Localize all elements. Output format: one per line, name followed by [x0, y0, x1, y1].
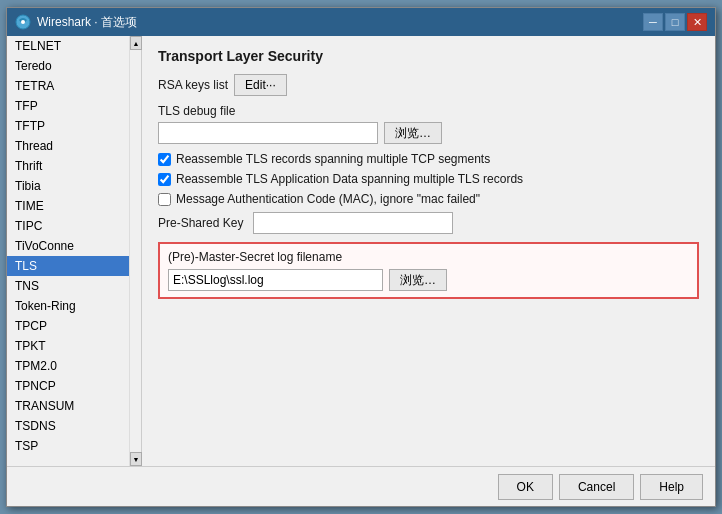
- checkbox-1-label: Reassemble TLS records spanning multiple…: [176, 152, 490, 166]
- browse-button-1[interactable]: 浏览…: [384, 122, 442, 144]
- sidebar-item-telnet[interactable]: TELNET: [7, 36, 129, 56]
- scroll-up-button[interactable]: ▲: [130, 36, 142, 50]
- log-filename-row: 浏览…: [168, 269, 689, 291]
- checkbox-reassemble-tls[interactable]: [158, 173, 171, 186]
- sidebar-item-tivoconne[interactable]: TiVoConne: [7, 236, 129, 256]
- pre-shared-key-row: Pre-Shared Key: [158, 212, 699, 234]
- ok-button[interactable]: OK: [498, 474, 553, 500]
- maximize-button[interactable]: □: [665, 13, 685, 31]
- sidebar-item-teredo[interactable]: Teredo: [7, 56, 129, 76]
- svg-point-1: [21, 20, 25, 24]
- close-button[interactable]: ✕: [687, 13, 707, 31]
- checkbox-row-3: Message Authentication Code (MAC), ignor…: [158, 192, 699, 206]
- edit-button[interactable]: Edit···: [234, 74, 287, 96]
- sidebar-item-tsp[interactable]: TSP: [7, 436, 129, 456]
- checkbox-row-2: Reassemble TLS Application Data spanning…: [158, 172, 699, 186]
- sidebar-item-thread[interactable]: Thread: [7, 136, 129, 156]
- app-icon: [15, 14, 31, 30]
- checkbox-reassemble-tcp[interactable]: [158, 153, 171, 166]
- sidebar-item-thrift[interactable]: Thrift: [7, 156, 129, 176]
- pre-shared-key-label: Pre-Shared Key: [158, 216, 243, 230]
- browse-button-2[interactable]: 浏览…: [389, 269, 447, 291]
- rsa-keys-label: RSA keys list: [158, 78, 228, 92]
- titlebar-controls: ─ □ ✕: [643, 13, 707, 31]
- sidebar-item-time[interactable]: TIME: [7, 196, 129, 216]
- sidebar-item-tpm2.0[interactable]: TPM2.0: [7, 356, 129, 376]
- sidebar-scrollbar: ▲ ▼: [129, 36, 141, 466]
- log-filename-input[interactable]: [168, 269, 383, 291]
- main-window: Wireshark · 首选项 ─ □ ✕ TELNETTeredoTETRAT…: [6, 7, 716, 507]
- tls-debug-file-row: 浏览…: [158, 122, 699, 144]
- protocol-list: TELNETTeredoTETRATFPTFTPThreadThriftTibi…: [7, 36, 129, 456]
- sidebar-item-tipc[interactable]: TIPC: [7, 216, 129, 236]
- minimize-button[interactable]: ─: [643, 13, 663, 31]
- cancel-button[interactable]: Cancel: [559, 474, 634, 500]
- scroll-down-button[interactable]: ▼: [130, 452, 142, 466]
- master-secret-label: (Pre)-Master-Secret log filename: [168, 250, 689, 264]
- sidebar-item-tns[interactable]: TNS: [7, 276, 129, 296]
- section-title: Transport Layer Security: [158, 48, 699, 64]
- sidebar-item-tftp[interactable]: TFTP: [7, 116, 129, 136]
- scroll-track: [130, 50, 141, 452]
- pre-shared-key-input[interactable]: [253, 212, 453, 234]
- sidebar-item-transum[interactable]: TRANSUM: [7, 396, 129, 416]
- sidebar-item-tetra[interactable]: TETRA: [7, 76, 129, 96]
- checkbox-mac[interactable]: [158, 193, 171, 206]
- sidebar-wrapper: TELNETTeredoTETRATFPTFTPThreadThriftTibi…: [7, 36, 142, 466]
- rsa-keys-row: RSA keys list Edit···: [158, 74, 699, 96]
- sidebar-item-token-ring[interactable]: Token-Ring: [7, 296, 129, 316]
- help-button[interactable]: Help: [640, 474, 703, 500]
- settings-panel: Transport Layer Security RSA keys list E…: [142, 36, 715, 466]
- tls-debug-label: TLS debug file: [158, 104, 699, 118]
- tls-debug-input[interactable]: [158, 122, 378, 144]
- master-secret-box: (Pre)-Master-Secret log filename 浏览…: [158, 242, 699, 299]
- titlebar: Wireshark · 首选项 ─ □ ✕: [7, 8, 715, 36]
- sidebar-item-tfp[interactable]: TFP: [7, 96, 129, 116]
- checkbox-3-label: Message Authentication Code (MAC), ignor…: [176, 192, 480, 206]
- sidebar-item-tpncp[interactable]: TPNCP: [7, 376, 129, 396]
- sidebar-item-tpcp[interactable]: TPCP: [7, 316, 129, 336]
- checkbox-row-1: Reassemble TLS records spanning multiple…: [158, 152, 699, 166]
- checkbox-2-label: Reassemble TLS Application Data spanning…: [176, 172, 523, 186]
- sidebar-item-tpkt[interactable]: TPKT: [7, 336, 129, 356]
- sidebar-item-tibia[interactable]: Tibia: [7, 176, 129, 196]
- sidebar-item-tls[interactable]: TLS: [7, 256, 129, 276]
- content-area: TELNETTeredoTETRATFPTFTPThreadThriftTibi…: [7, 36, 715, 466]
- sidebar: TELNETTeredoTETRATFPTFTPThreadThriftTibi…: [7, 36, 129, 466]
- sidebar-item-tsdns[interactable]: TSDNS: [7, 416, 129, 436]
- window-title: Wireshark · 首选项: [37, 14, 643, 31]
- footer-bar: OK Cancel Help: [7, 466, 715, 506]
